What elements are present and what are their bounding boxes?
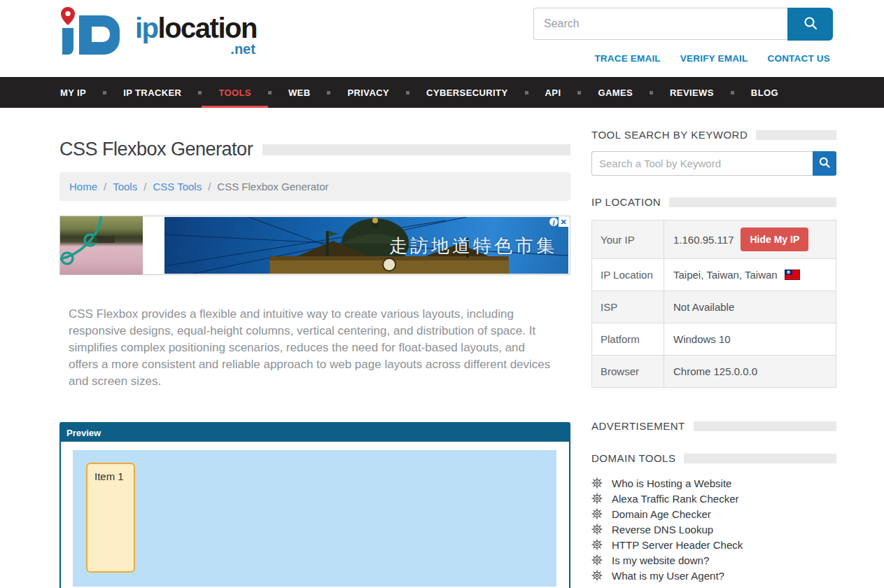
nav-item-cybersecurity[interactable]: CYBERSECURITY (426, 77, 507, 108)
site-header: iplocation .net TRACE EMAILVERIFY EMAILC… (0, 0, 884, 77)
nav-separator-square (268, 91, 272, 94)
site-logo[interactable]: iplocation .net (52, 4, 257, 66)
domain-tool-label: Reverse DNS Lookup (612, 524, 713, 536)
domain-tools-list: Who is Hosting a WebsiteAlexa Traffic Ra… (591, 475, 836, 583)
domain-tool-label: What is my User Agent? (612, 570, 724, 582)
sidebar: TOOL SEARCH BY KEYWORD IP LOCATION Your … (591, 108, 836, 583)
flex-preview-item[interactable]: Item 1 (86, 463, 135, 573)
domain-tool-link-what-is-my-user-agent[interactable]: What is my User Agent? (591, 568, 836, 583)
nav-item-privacy[interactable]: PRIVACY (347, 77, 389, 108)
preview-panel-header: Preview (61, 424, 569, 442)
breadcrumb-home[interactable]: Home (69, 181, 97, 192)
nav-item-my-ip[interactable]: MY IP (60, 77, 86, 108)
tool-search-heading: TOOL SEARCH BY KEYWORD (591, 129, 836, 141)
hide-my-ip-button[interactable]: Hide My IP (741, 227, 808, 251)
ad-left-image (60, 216, 143, 274)
nav-item-games[interactable]: GAMES (598, 77, 633, 108)
ad-banner[interactable]: 走訪地道特色市集 i ✕ (59, 216, 570, 275)
ad-overlay-text: 走訪地道特色市集 (389, 233, 557, 258)
ip-location-heading-text: IP LOCATION (591, 196, 661, 208)
preview-panel: Preview Item 1 (59, 422, 570, 588)
ad-close-icon[interactable]: ✕ (559, 217, 568, 227)
logo-wordmark: iplocation .net (135, 14, 257, 42)
logo-pin-icon (52, 4, 131, 66)
ad-right-image: 走訪地道特色市集 (164, 217, 568, 274)
logo-ip-text: ip (135, 13, 158, 43)
nav-item-web[interactable]: WEB (288, 77, 311, 108)
ip-table-row: IP LocationTaipei, Taiwan, Taiwan (592, 259, 836, 291)
breadcrumb: Home/Tools/CSS Tools/CSS Flexbox Generat… (59, 172, 570, 201)
ip-row-value-ip-location: Taipei, Taiwan, Taiwan (664, 259, 836, 290)
header-search (533, 8, 833, 41)
ip-table-row: PlatformWindows 10 (592, 323, 836, 356)
domain-tool-link-http-server-header-check[interactable]: HTTP Server Header Check (591, 537, 836, 552)
domain-tool-link-reverse-dns-lookup[interactable]: Reverse DNS Lookup (591, 522, 836, 537)
title-row: CSS Flexbox Generator (59, 139, 570, 160)
breadcrumb-css-tools[interactable]: CSS Tools (153, 181, 202, 192)
ip-row-label-platform: Platform (592, 323, 664, 355)
search-icon (818, 156, 831, 171)
domain-tool-label: HTTP Server Header Check (612, 539, 743, 551)
page: iplocation .net TRACE EMAILVERIFY EMAILC… (0, 0, 884, 588)
main-nav: MY IPIP TRACKERTOOLSWEBPRIVACYCYBERSECUR… (0, 77, 884, 108)
nav-item-api[interactable]: API (545, 77, 561, 108)
ip-row-label-your-ip: Your IP (592, 220, 664, 258)
ip-row-value-browser: Chrome 125.0.0.0 (664, 356, 836, 387)
breadcrumb-tools[interactable]: Tools (113, 181, 137, 192)
search-input[interactable] (533, 8, 787, 40)
title-decoration-bar (262, 144, 570, 155)
breadcrumb-separator: / (104, 181, 106, 192)
nav-item-reviews[interactable]: REVIEWS (670, 77, 714, 108)
nav-item-tools[interactable]: TOOLS (218, 77, 251, 108)
tool-search-heading-text: TOOL SEARCH BY KEYWORD (591, 129, 748, 141)
ip-row-value-isp: Not Available (664, 291, 836, 323)
ad-badges: i ✕ (549, 217, 568, 227)
ip-value-text: Not Available (673, 301, 734, 313)
tool-search-button[interactable] (813, 151, 836, 176)
domain-tool-link-domain-age-checker[interactable]: Domain Age Checker (591, 506, 836, 522)
search-button[interactable] (787, 8, 833, 41)
domain-tool-link-is-my-website-down[interactable]: Is my website down? (591, 552, 836, 568)
nav-separator-square (731, 91, 734, 94)
advertisement-heading-text: ADVERTISEMENT (591, 420, 685, 432)
breadcrumb-separator: / (143, 181, 146, 192)
header-link-verify-email[interactable]: VERIFY EMAIL (680, 53, 748, 64)
nav-separator-square (650, 91, 653, 94)
logo-location-text: location (158, 13, 257, 43)
domain-tool-link-alexa-traffic-rank-checker[interactable]: Alexa Traffic Rank Checker (591, 491, 836, 506)
heading-decoration-bar (669, 197, 836, 207)
ip-row-label-browser: Browser (592, 356, 664, 387)
domain-tool-label: Alexa Traffic Rank Checker (612, 493, 738, 505)
gear-icon (591, 539, 603, 550)
heading-decoration-bar (684, 454, 836, 463)
gear-icon (591, 524, 603, 535)
nav-item-blog[interactable]: BLOG (751, 77, 778, 108)
ip-row-value-platform: Windows 10 (664, 323, 836, 355)
gear-icon (591, 493, 603, 504)
header-link-contact-us[interactable]: CONTACT US (768, 53, 831, 64)
ip-value-text: Windows 10 (673, 333, 731, 345)
logo-tld-text: .net (230, 42, 255, 56)
ip-row-label-isp: ISP (592, 291, 664, 323)
gear-icon (591, 477, 603, 489)
main-content: CSS Flexbox Generator Home/Tools/CSS Too… (59, 108, 570, 588)
ip-value-text: Chrome 125.0.0.0 (673, 365, 757, 377)
ip-row-label-ip-location: IP Location (592, 259, 664, 290)
gear-icon (591, 570, 603, 581)
header-link-trace-email[interactable]: TRACE EMAIL (594, 53, 660, 64)
nav-separator-square (525, 91, 528, 94)
tool-search-box (591, 151, 836, 176)
ip-location-heading: IP LOCATION (591, 196, 836, 208)
domain-tool-link-who-is-hosting-a-website[interactable]: Who is Hosting a Website (591, 475, 836, 491)
nav-item-ip-tracker[interactable]: IP TRACKER (123, 77, 181, 108)
domain-tool-label: Is my website down? (612, 554, 709, 566)
taiwan-flag (785, 270, 800, 280)
heading-decoration-bar (756, 130, 836, 140)
nav-separator-square (406, 91, 409, 94)
preview-panel-body: Item 1 (61, 442, 569, 588)
tool-description: CSS Flexbox provides a flexible and intu… (59, 306, 570, 390)
ip-table-row: ISPNot Available (592, 291, 836, 323)
tool-search-input[interactable] (591, 151, 813, 176)
flexbox-preview-container: Item 1 (73, 450, 556, 587)
ad-info-icon[interactable]: i (549, 217, 559, 227)
